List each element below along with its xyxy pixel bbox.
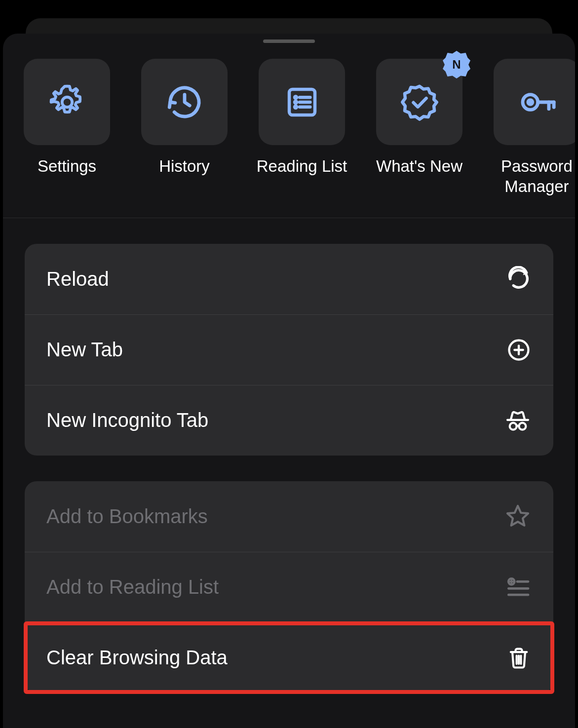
plus-circle-icon (506, 337, 532, 363)
trash-icon (506, 645, 532, 671)
incognito-icon (504, 407, 532, 434)
shortcut-whats-new-label: What's New (376, 156, 462, 176)
shortcut-password-manager[interactable]: Password Manager (494, 59, 575, 197)
shortcut-history-label: History (159, 156, 210, 176)
shortcut-whats-new[interactable]: N What's New (376, 59, 462, 197)
svg-point-9 (528, 100, 532, 104)
svg-point-0 (62, 97, 72, 107)
row-clear-browsing-data-label: Clear Browsing Data (46, 647, 228, 669)
row-clear-browsing-data[interactable]: Clear Browsing Data (25, 622, 553, 693)
shortcut-whats-new-tile: N (376, 59, 462, 145)
row-add-to-bookmarks-label: Add to Bookmarks (46, 505, 208, 528)
svg-point-3 (295, 101, 297, 103)
row-new-incognito-tab[interactable]: New Incognito Tab (25, 385, 553, 456)
shortcut-password-manager-label: Password Manager (501, 156, 573, 197)
reload-icon (506, 266, 532, 292)
row-add-to-reading-list: Add to Reading List (25, 552, 553, 622)
shortcut-reading-list-tile (259, 59, 345, 145)
row-new-incognito-tab-label: New Incognito Tab (46, 409, 208, 431)
reading-list-icon (283, 83, 321, 121)
gear-icon (47, 82, 87, 122)
drag-handle[interactable] (263, 39, 315, 43)
row-add-to-reading-list-label: Add to Reading List (46, 576, 219, 598)
group-1: Reload New Tab New Incognito Tab (25, 244, 553, 456)
whats-new-icon (398, 81, 441, 123)
add-reading-list-icon (504, 574, 532, 601)
menu-groups: Reload New Tab New Incognito Tab (3, 218, 575, 693)
shortcuts-row: Settings History (3, 43, 575, 218)
svg-point-4 (295, 106, 297, 108)
svg-marker-19 (507, 506, 528, 526)
row-reload-label: Reload (46, 268, 109, 290)
shortcut-reading-list[interactable]: Reading List (259, 59, 345, 197)
group-2: Add to Bookmarks Add to Reading List Cle… (25, 481, 553, 693)
shortcut-password-manager-tile (494, 59, 575, 145)
shortcut-settings-tile (24, 59, 110, 145)
menu-sheet: Settings History (3, 34, 575, 728)
row-new-tab-label: New Tab (46, 339, 123, 361)
shortcut-history[interactable]: History (141, 59, 228, 197)
star-icon (504, 502, 532, 530)
row-new-tab[interactable]: New Tab (25, 314, 553, 385)
shortcut-history-tile (141, 59, 228, 145)
history-icon (164, 82, 205, 122)
new-badge: N (443, 51, 470, 78)
shortcut-settings[interactable]: Settings (24, 59, 110, 197)
svg-point-2 (295, 96, 297, 98)
shortcut-reading-list-label: Reading List (257, 156, 347, 176)
shortcut-settings-label: Settings (38, 156, 96, 176)
key-icon (517, 82, 557, 122)
row-reload[interactable]: Reload (25, 244, 553, 314)
row-add-to-bookmarks: Add to Bookmarks (25, 481, 553, 552)
